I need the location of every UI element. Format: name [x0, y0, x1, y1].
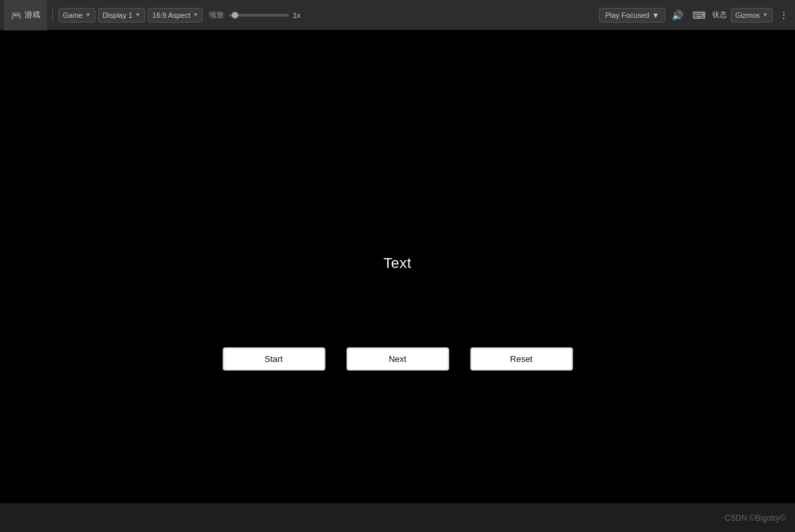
game-tab-label: 游戏: [24, 9, 40, 21]
game-dropdown-label: Game: [63, 11, 83, 19]
toolbar: 🎮 游戏 Game ▼ Display 1 ▼ 16:9 Aspect ▼ 缩放…: [0, 0, 795, 30]
aspect-dropdown[interactable]: 16:9 Aspect ▼: [148, 8, 203, 22]
audio-icon: 🔊: [672, 10, 683, 21]
gizmos-label: Gizmos: [735, 11, 760, 19]
more-icon: ⋮: [779, 10, 788, 21]
credit-text: CSDN ©️Bigotry©: [725, 513, 786, 523]
play-focused-chevron: ▼: [652, 11, 659, 19]
game-text-label: Text: [383, 255, 411, 272]
aspect-dropdown-label: 16:9 Aspect: [152, 11, 191, 19]
display-dropdown-label: Display 1: [103, 11, 132, 19]
game-dropdown[interactable]: Game ▼: [58, 8, 95, 22]
status-label: 状态: [712, 10, 727, 20]
game-buttons: Start Next Reset: [222, 347, 573, 371]
play-focused-dropdown[interactable]: Play Focused ▼: [599, 8, 665, 22]
toolbar-right: Play Focused ▼ 🔊 ⌨ 状态 Gizmos ▼ ⋮: [599, 8, 791, 22]
keyboard-button[interactable]: ⌨: [690, 9, 708, 22]
zoom-slider-wrap: 1x: [229, 11, 301, 19]
gizmos-dropdown[interactable]: Gizmos ▼: [731, 8, 772, 22]
game-icon: 🎮: [11, 10, 22, 21]
game-dropdown-chevron: ▼: [85, 12, 91, 18]
aspect-dropdown-chevron: ▼: [193, 12, 199, 18]
separator-1: [52, 9, 53, 22]
game-tab[interactable]: 🎮 游戏: [4, 0, 47, 30]
start-button[interactable]: Start: [222, 347, 325, 371]
bottom-bar: CSDN ©️Bigotry©: [0, 503, 795, 532]
more-button[interactable]: ⋮: [776, 9, 791, 22]
reset-button[interactable]: Reset: [470, 347, 573, 371]
zoom-label: 缩放: [209, 10, 224, 20]
gizmos-chevron: ▼: [763, 12, 768, 18]
display-dropdown-chevron: ▼: [135, 12, 140, 18]
zoom-slider-thumb: [232, 12, 238, 19]
keyboard-icon: ⌨: [692, 10, 706, 21]
game-viewport: Text Start Next Reset: [0, 30, 795, 503]
zoom-value: 1x: [293, 11, 301, 19]
play-focused-label: Play Focused: [605, 11, 649, 19]
next-button[interactable]: Next: [346, 347, 449, 371]
zoom-slider[interactable]: [229, 14, 289, 17]
display-dropdown[interactable]: Display 1 ▼: [98, 8, 145, 22]
audio-button[interactable]: 🔊: [669, 9, 686, 22]
